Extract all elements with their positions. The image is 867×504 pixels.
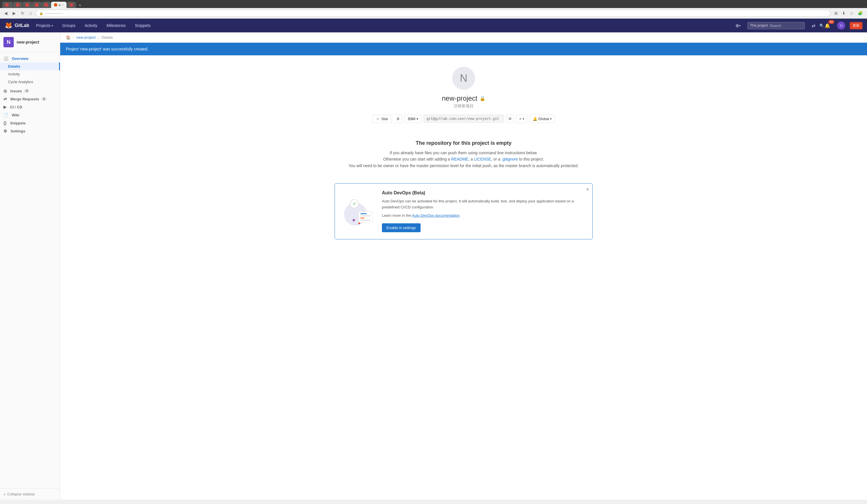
ssh-chevron-icon: ▾ [417,117,418,120]
alert-message: Project 'new-project' was successfully c… [66,47,149,51]
sidebar-ci-cd-header[interactable]: ▶ CI / CD [0,103,60,111]
tab-favicon-7 [69,3,73,7]
browser-tab-5[interactable] [42,2,51,8]
merge-icon: ⇄ [812,23,815,28]
ssh-dropdown-button[interactable]: SSH ▾ [405,115,421,123]
notification-toggle-button[interactable]: 🔔 Global ▾ [529,115,555,123]
back-button[interactable]: ◀ [3,10,9,16]
readme-link[interactable]: README [451,157,469,161]
merge-request-button[interactable]: ⇄ [809,22,818,30]
illus-check-circle: ✓ [350,199,359,208]
illus-line-1 [361,215,371,216]
lock-icon: 🔒 [39,11,43,15]
bell-icon: 🔔 [533,117,537,121]
merge-requests-count-badge: 0 [41,97,46,101]
sidebar-overview-header[interactable]: ⬜ Overview [0,54,60,63]
merge-requests-icon: ⇄ [3,97,7,101]
gitlab-logo[interactable]: 🦊 GitLab [4,22,29,29]
sidebar-item-cycle-analytics[interactable]: Cycle Analytics [0,78,60,86]
browser-tab-3[interactable] [23,2,32,8]
search-scope-label: This project [750,23,768,28]
tab-favicon-1 [5,3,9,7]
plus-menu-button[interactable]: ⊕ ▾ [733,22,743,30]
browser-tab-4[interactable] [32,2,41,8]
sidebar-item-activity[interactable]: Activity [0,70,60,78]
sidebar-settings-header[interactable]: ⚙ Settings [0,127,60,135]
extensions-button[interactable]: 🧩 [856,10,864,16]
sidebar-project-header: N new-project [0,32,60,52]
snippets-icon: {} [3,121,7,125]
project-detail: N new-project 🔒 迁移新项目 ☆ Star 0 SSH [60,55,867,251]
reload-button[interactable]: ↻ [20,10,26,16]
browser-tab-active[interactable]: a × [51,2,66,8]
address-bar[interactable]: 🔒 ··················· [35,10,831,17]
main-layout: N new-project ⬜ Overview Details Activit… [0,32,867,500]
breadcrumb-current: Details [101,35,113,40]
project-avatar: N [3,37,14,47]
illus-dot-purple [353,219,355,221]
auto-devops-text2: Learn more in the Auto DevOps documentat… [382,213,583,219]
forward-button[interactable]: ▶ [11,10,17,16]
projects-chevron-icon: ▾ [52,24,53,27]
breadcrumb-home-icon: 🏠 [66,35,71,40]
sidebar: N new-project ⬜ Overview Details Activit… [0,32,60,500]
download-button[interactable]: ⬇ [841,10,847,16]
sidebar-issues-header[interactable]: ◎ Issues 0 [0,87,60,95]
gitignore-link[interactable]: .gitignore [502,157,518,161]
home-button[interactable]: ⌂ [28,10,33,16]
breadcrumb: 🏠 › new-project › Details [60,32,867,43]
tab-favicon-4 [35,3,39,7]
project-subtitle: 迁移新项目 [453,104,474,109]
add-chevron-icon: ▾ [523,117,524,120]
star-button[interactable]: ☆ Star [372,115,392,123]
gitlab-favicon [54,3,57,7]
empty-repo-line3: You will need to be owner or have the ma… [349,162,579,169]
sidebar-item-details[interactable]: Details [0,63,60,70]
collapse-icon: « [3,492,6,496]
illus-line-orange [361,217,364,219]
breadcrumb-project-link[interactable]: new-project [76,35,96,40]
empty-repo-section: The repository for this project is empty… [343,135,585,175]
address-text: ··················· [45,11,63,15]
illus-card [358,211,373,223]
copy-url-button[interactable]: ⧉ [506,114,514,123]
enable-settings-button[interactable]: Enable in settings [382,223,420,232]
nav-activity[interactable]: Activity [82,22,99,29]
illus-line-2 [361,219,371,221]
license-link[interactable]: LICENSE [474,157,491,161]
sidebar-navigation: ⬜ Overview Details Activity Cycle Analyt… [0,52,60,488]
auto-devops-docs-link[interactable]: Auto DevOps documentation [412,213,460,217]
notification-chevron-icon: ▾ [550,117,552,120]
auto-devops-close-button[interactable]: × [586,187,589,192]
browser-tab-2[interactable] [13,2,22,8]
update-button[interactable]: 更新 [850,22,863,29]
auto-devops-card: × ✓ Auto DevOps [334,183,592,239]
bookmark-button[interactable]: ☆ [848,10,855,16]
browser-tab-7[interactable] [67,2,76,8]
tab-close-icon[interactable]: × [62,3,64,7]
nav-groups[interactable]: Groups [60,22,78,29]
sidebar-merge-requests-header[interactable]: ⇄ Merge Requests 0 [0,95,60,103]
project-logo-large: N [452,67,475,90]
collapse-sidebar-button[interactable]: « Collapse sidebar [0,488,60,500]
nav-projects[interactable]: Projects ▾ [34,22,56,29]
browser-tab-1[interactable] [2,2,13,8]
add-button[interactable]: + ▾ [516,115,527,123]
browser-actions: ⊞ ⬇ ☆ 🧩 [833,10,864,16]
user-avatar[interactable]: U [837,21,845,30]
nav-snippets[interactable]: Snippets [132,22,152,29]
sidebar-wiki-header[interactable]: 📄 Wiki [0,111,60,119]
translate-button[interactable]: ⊞ [833,10,839,16]
notification-button[interactable]: 🔔 42 [822,22,833,30]
settings-icon: ⚙ [3,129,7,133]
notification-count: 42 [828,20,834,24]
ci-cd-icon: ▶ [3,105,7,109]
project-lock-icon: 🔒 [480,96,485,101]
overview-icon: ⬜ [3,56,8,61]
tab-favicon-5 [44,3,48,7]
search-bar[interactable]: This project 🔍 [747,22,805,29]
new-tab-button[interactable]: + [77,2,83,8]
sidebar-snippets-header[interactable]: {} Snippets [0,119,60,127]
sidebar-project-name: new-project [17,40,39,44]
nav-milestones[interactable]: Milestones [104,22,128,29]
